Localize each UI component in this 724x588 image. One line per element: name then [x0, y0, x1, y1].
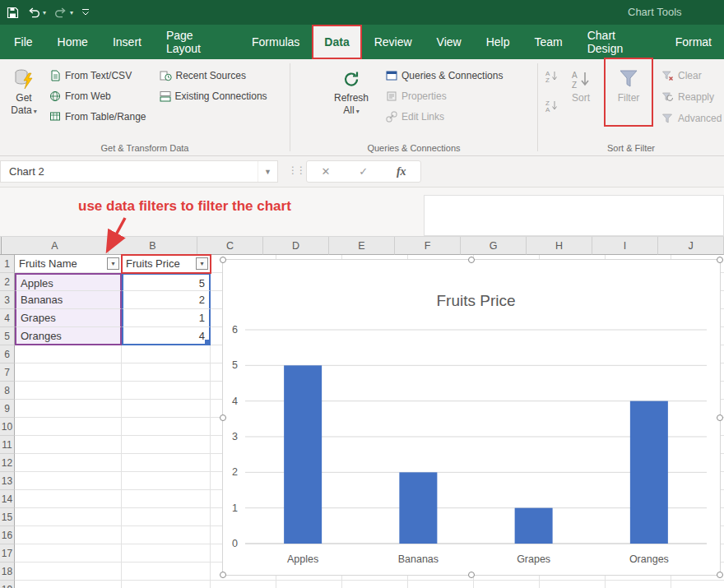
- chart-resize-handle[interactable]: [220, 572, 226, 578]
- undo-button[interactable]: ▾: [27, 7, 46, 18]
- chart-title[interactable]: Fruits Price: [436, 292, 515, 309]
- cell-A7[interactable]: [15, 363, 122, 382]
- row-header-12[interactable]: 12: [0, 454, 15, 472]
- cell-I19[interactable]: [606, 581, 671, 588]
- chart-resize-handle[interactable]: [717, 414, 723, 421]
- row-header-18[interactable]: 18: [0, 563, 15, 581]
- save-button[interactable]: [7, 7, 19, 19]
- from-text-csv-button[interactable]: From Text/CSV: [49, 69, 146, 82]
- cell-A6[interactable]: [15, 345, 122, 363]
- cell-B6[interactable]: [122, 345, 211, 363]
- cell-A8[interactable]: [15, 382, 122, 400]
- chart-resize-handle[interactable]: [717, 572, 723, 578]
- tab-home[interactable]: Home: [45, 25, 100, 59]
- row-header-6[interactable]: 6: [0, 345, 15, 363]
- column-header-E[interactable]: E: [329, 237, 395, 255]
- cell-E19[interactable]: [342, 581, 408, 588]
- queries-connections-button[interactable]: Queries & Connections: [386, 69, 503, 82]
- chart-bar-apples[interactable]: [284, 365, 322, 544]
- cell-A15[interactable]: [15, 508, 122, 526]
- insert-function-icon[interactable]: fx: [397, 165, 406, 178]
- cell-A10[interactable]: [15, 418, 122, 436]
- fruits-price-bar-chart[interactable]: 0123456ApplesBananasGrapesOrangesFruits …: [223, 260, 720, 575]
- cell-G19[interactable]: [474, 581, 540, 588]
- row-header-19[interactable]: 19: [0, 581, 15, 588]
- cell-A11[interactable]: [15, 436, 122, 454]
- cell-C19[interactable]: [211, 581, 276, 588]
- cell-A12[interactable]: [15, 454, 122, 472]
- cell-B1[interactable]: Fruits Price▾: [122, 255, 211, 273]
- formula-bar-handle[interactable]: ⋮⋮: [288, 164, 304, 176]
- chevron-down-icon[interactable]: ▼: [258, 161, 277, 182]
- cell-B7[interactable]: [122, 363, 211, 382]
- cell-B15[interactable]: [122, 508, 211, 526]
- cell-A9[interactable]: [15, 400, 122, 418]
- row-header-17[interactable]: 17: [0, 544, 15, 563]
- filter-dropdown-B1[interactable]: ▾: [196, 257, 208, 270]
- cell-F19[interactable]: [408, 581, 474, 588]
- cell-B8[interactable]: [122, 382, 211, 400]
- chart-bar-bananas[interactable]: [399, 472, 437, 544]
- cell-A19[interactable]: [15, 581, 122, 588]
- chart-resize-handle[interactable]: [220, 414, 226, 421]
- cell-B10[interactable]: [122, 418, 211, 436]
- chart-object[interactable]: 0123456ApplesBananasGrapesOrangesFruits …: [222, 259, 721, 576]
- chart-bar-oranges[interactable]: [630, 401, 668, 544]
- cell-A5[interactable]: Oranges: [15, 327, 122, 345]
- column-header-G[interactable]: G: [461, 237, 527, 255]
- chart-resize-handle[interactable]: [468, 257, 475, 263]
- tab-formulas[interactable]: Formulas: [239, 25, 312, 59]
- customize-quick-access-button[interactable]: [81, 8, 90, 16]
- cell-B18[interactable]: [122, 563, 211, 581]
- column-header-D[interactable]: D: [263, 237, 329, 255]
- chart-resize-handle[interactable]: [220, 257, 226, 263]
- tab-page-layout[interactable]: Page Layout: [154, 25, 239, 59]
- cell-B17[interactable]: [122, 544, 211, 563]
- column-header-F[interactable]: F: [395, 237, 461, 255]
- row-header-4[interactable]: 4: [0, 309, 15, 327]
- row-header-14[interactable]: 14: [0, 490, 15, 508]
- cell-B16[interactable]: [122, 526, 211, 544]
- row-header-15[interactable]: 15: [0, 508, 15, 526]
- chart-canvas[interactable]: 0123456ApplesBananasGrapesOrangesFruits …: [223, 260, 720, 575]
- name-box[interactable]: Chart 2 ▼: [0, 160, 278, 183]
- cell-B11[interactable]: [122, 436, 211, 454]
- cell-A4[interactable]: Grapes: [15, 309, 122, 327]
- recent-sources-button[interactable]: Recent Sources: [160, 69, 267, 82]
- column-header-H[interactable]: H: [527, 237, 592, 255]
- column-header-J[interactable]: J: [658, 237, 724, 255]
- row-header-5[interactable]: 5: [0, 327, 15, 345]
- row-header-3[interactable]: 3: [0, 291, 15, 309]
- chart-resize-handle[interactable]: [717, 257, 723, 263]
- row-header-13[interactable]: 13: [0, 472, 15, 490]
- tab-view[interactable]: View: [425, 25, 474, 59]
- cell-B5[interactable]: 4: [122, 327, 211, 345]
- cell-A16[interactable]: [15, 526, 122, 544]
- cell-A17[interactable]: [15, 544, 122, 563]
- row-header-1[interactable]: 1: [0, 255, 15, 273]
- cell-H19[interactable]: [540, 581, 606, 588]
- cell-D19[interactable]: [276, 581, 342, 588]
- chart-resize-handle[interactable]: [468, 572, 475, 578]
- get-data-button[interactable]: Get Data▾: [0, 59, 48, 155]
- cell-B9[interactable]: [122, 400, 211, 418]
- row-header-9[interactable]: 9: [0, 400, 15, 418]
- row-header-7[interactable]: 7: [0, 363, 15, 382]
- cell-A2[interactable]: Apples: [15, 273, 122, 291]
- cell-B3[interactable]: 2: [122, 291, 211, 309]
- row-header-10[interactable]: 10: [0, 418, 15, 436]
- cell-B4[interactable]: 1: [122, 309, 211, 327]
- formula-bar-input[interactable]: [424, 195, 724, 236]
- tab-data[interactable]: Data: [312, 25, 361, 59]
- tab-insert[interactable]: Insert: [100, 25, 154, 59]
- cell-A3[interactable]: Bananas: [15, 291, 122, 309]
- enter-icon[interactable]: ✓: [359, 165, 368, 178]
- existing-connections-button[interactable]: Existing Connections: [160, 90, 267, 103]
- tab-team[interactable]: Team: [522, 25, 574, 59]
- cell-B19[interactable]: [122, 581, 211, 588]
- tab-file[interactable]: File: [2, 25, 45, 59]
- tab-review[interactable]: Review: [362, 25, 425, 59]
- row-header-8[interactable]: 8: [0, 382, 15, 400]
- tab-format[interactable]: Format: [663, 25, 724, 59]
- select-all-button[interactable]: [0, 237, 2, 255]
